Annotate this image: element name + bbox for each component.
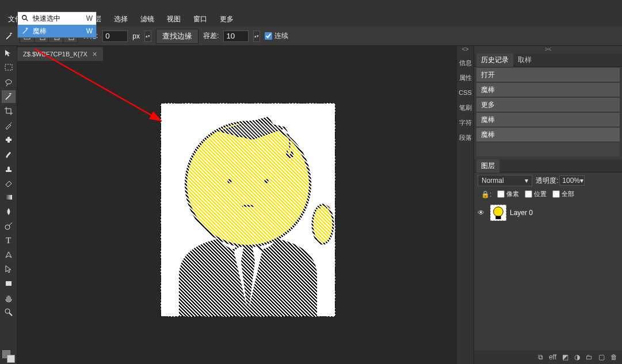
link-layers-icon[interactable]: ⧉ xyxy=(538,353,543,361)
contiguous-checkbox[interactable]: 连续 xyxy=(265,31,288,41)
right-panels: >< 历史记录 取样 打开 魔棒 更多 魔棒 魔棒 图层 xyxy=(474,46,622,364)
move-tool[interactable] xyxy=(2,47,16,60)
quick-select-icon xyxy=(21,14,29,22)
lock-position-checkbox[interactable]: 位置 xyxy=(525,190,547,198)
history-item[interactable]: 打开 xyxy=(476,68,620,82)
panel-collapse-toggle[interactable]: >< xyxy=(474,46,622,54)
title-bar xyxy=(0,0,622,12)
feather-stepper[interactable]: ▴▾ xyxy=(144,30,151,42)
history-item[interactable]: 魔棒 xyxy=(476,83,620,97)
mask-icon[interactable]: ◩ xyxy=(562,353,568,361)
lock-icon: 🔒: xyxy=(481,190,491,198)
canvas-area[interactable]: Z$.$WBF7CP1B_K{7X ✕ xyxy=(17,46,456,364)
find-edges-button[interactable]: 查找边缘 xyxy=(156,29,199,44)
selection-marquee xyxy=(161,103,335,317)
document-title: Z$.$WBF7CP1B_K{7X xyxy=(23,51,87,58)
dodge-tool[interactable] xyxy=(2,220,16,232)
magic-wand-icon xyxy=(21,27,29,35)
chevron-down-icon: ▾ xyxy=(525,177,528,185)
menu-select[interactable]: 选择 xyxy=(108,13,133,26)
collapse-toggle[interactable]: <> xyxy=(457,46,474,55)
svg-rect-17 xyxy=(6,281,12,286)
close-icon[interactable]: ✕ xyxy=(92,51,97,58)
tool-flyout-magic-wand[interactable]: 魔棒 W xyxy=(18,25,96,37)
visibility-icon[interactable]: 👁 xyxy=(478,209,487,217)
side-tab-char[interactable]: 字符 xyxy=(457,115,474,130)
folder-icon[interactable]: 🗀 xyxy=(586,353,593,361)
zoom-tool[interactable] xyxy=(2,306,16,319)
layers-footer: ⧉ eff ◩ ◑ 🗀 ▢ 🗑 xyxy=(474,350,622,364)
new-layer-icon[interactable]: ▢ xyxy=(598,353,605,361)
crop-tool[interactable] xyxy=(2,105,16,117)
svg-point-18 xyxy=(5,309,10,313)
menu-view[interactable]: 视图 xyxy=(161,13,186,26)
history-item[interactable]: 魔棒 xyxy=(476,113,620,127)
heal-tool[interactable] xyxy=(2,133,16,146)
blur-tool[interactable] xyxy=(2,205,16,218)
tab-sample[interactable]: 取样 xyxy=(513,53,536,67)
tolerance-input[interactable] xyxy=(223,30,249,42)
menu-more[interactable]: 更多 xyxy=(214,13,239,26)
collapsed-panels-strip: <> 信息 属性 CSS 笔刷 字符 段落 xyxy=(456,46,474,364)
wand-tool[interactable] xyxy=(2,90,16,103)
brush-tool[interactable] xyxy=(2,148,16,160)
adjustment-icon[interactable]: ◑ xyxy=(574,353,580,361)
document-tab-bar: Z$.$WBF7CP1B_K{7X ✕ xyxy=(17,46,456,62)
history-panel: 历史记录 取样 打开 魔棒 更多 魔棒 魔棒 xyxy=(474,54,622,159)
feather-input[interactable] xyxy=(102,30,128,42)
tab-history[interactable]: 历史记录 xyxy=(476,53,513,67)
layer-list: 👁 Layer 0 xyxy=(474,202,622,350)
lock-all-checkbox[interactable]: 全部 xyxy=(552,190,574,198)
svg-rect-13 xyxy=(6,170,12,172)
side-tab-info[interactable]: 信息 xyxy=(457,55,474,70)
shortcut-key: W xyxy=(86,14,93,22)
side-tab-brush[interactable]: 笔刷 xyxy=(457,100,474,115)
opacity-label: 透明度: xyxy=(536,176,558,186)
tool-flyout-menu: 快速选中 W 魔棒 W xyxy=(17,12,97,38)
tolerance-stepper[interactable]: ▴▾ xyxy=(253,30,260,42)
chevron-down-icon: ▾ xyxy=(580,177,583,185)
effects-label[interactable]: eff xyxy=(549,353,556,361)
shortcut-key: W xyxy=(86,27,93,35)
canvas[interactable] xyxy=(161,104,335,316)
layer-row[interactable]: 👁 Layer 0 xyxy=(475,203,621,223)
trash-icon[interactable]: 🗑 xyxy=(610,353,617,361)
marquee-tool[interactable] xyxy=(2,62,16,74)
path-select-tool[interactable] xyxy=(2,263,16,275)
type-tool[interactable]: T xyxy=(2,234,16,247)
tab-layers[interactable]: 图层 xyxy=(476,159,499,173)
menu-filter[interactable]: 滤镜 xyxy=(135,13,160,26)
color-swatches[interactable] xyxy=(2,350,17,363)
eraser-tool[interactable] xyxy=(2,177,16,189)
svg-point-27 xyxy=(494,207,503,217)
contiguous-check-input[interactable] xyxy=(265,32,272,40)
tool-flyout-label: 魔棒 xyxy=(33,26,47,36)
side-tab-props[interactable]: 属性 xyxy=(457,70,474,85)
opacity-input[interactable]: 100% ▾ xyxy=(559,175,585,186)
side-tab-css[interactable]: CSS xyxy=(457,85,474,100)
history-item[interactable]: 魔棒 xyxy=(476,128,620,141)
side-tab-para[interactable]: 段落 xyxy=(457,130,474,145)
menu-window[interactable]: 窗口 xyxy=(188,13,213,26)
lock-pixel-checkbox[interactable]: 像素 xyxy=(497,190,519,198)
blend-mode-select[interactable]: Normal ▾ xyxy=(478,175,532,186)
layer-thumbnail[interactable] xyxy=(490,205,506,221)
shape-tool[interactable] xyxy=(2,277,16,290)
svg-line-1 xyxy=(26,19,28,21)
current-tool-icon xyxy=(3,30,15,42)
svg-rect-12 xyxy=(7,137,10,143)
svg-rect-28 xyxy=(495,216,501,220)
pen-tool[interactable] xyxy=(2,248,16,261)
annotation-arrow xyxy=(29,46,178,173)
history-empty-row xyxy=(476,143,620,156)
gradient-tool[interactable] xyxy=(2,191,16,204)
lasso-tool[interactable] xyxy=(2,76,16,89)
tool-flyout-quick-select[interactable]: 快速选中 W xyxy=(18,12,96,25)
stamp-tool[interactable] xyxy=(2,162,16,175)
history-item[interactable]: 更多 xyxy=(476,98,620,112)
hand-tool[interactable] xyxy=(2,292,16,304)
background-swatch[interactable] xyxy=(7,355,15,363)
toolbox: T xyxy=(0,46,17,364)
eyedropper-tool[interactable] xyxy=(2,119,16,132)
document-tab[interactable]: Z$.$WBF7CP1B_K{7X ✕ xyxy=(17,47,103,61)
